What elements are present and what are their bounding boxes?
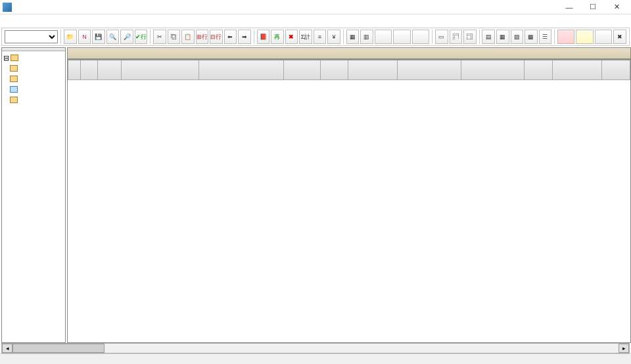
col-source[interactable] [553, 60, 602, 80]
tree-node-selected[interactable] [3, 84, 64, 95]
tb-del-row-icon[interactable]: ⊟行 [210, 30, 223, 44]
tb-add-row-icon[interactable]: ⊞行 [196, 30, 209, 44]
col-qty[interactable] [283, 60, 320, 80]
tb-win1-icon[interactable]: ▭ [435, 30, 448, 44]
tb-cut-icon[interactable]: ✂ [153, 30, 166, 44]
tb-view2-icon[interactable]: ▦ [496, 30, 509, 44]
tb-new-icon[interactable]: N [78, 30, 91, 44]
tree-node[interactable] [3, 95, 64, 105]
toolbar: 📁 N 💾 🔍 🔎 ✔行 ✂ ⿻ 📋 ⊞行 ⊟行 ⬅ ➡ 📕 再 ✖ Σ計 ≡ … [1, 28, 630, 46]
tb-save-icon[interactable]: 💾 [92, 30, 105, 44]
minimize-button[interactable]: — [557, 1, 581, 14]
col-kind[interactable] [602, 60, 630, 80]
horizontal-scrollbar[interactable]: ◂ ▸ [1, 343, 630, 353]
tb-search2-icon[interactable]: 🔎 [120, 30, 133, 44]
maximize-button[interactable]: ☐ [581, 1, 605, 14]
tb-grid2-icon[interactable]: ▥ [360, 30, 373, 44]
statusbar [0, 353, 631, 364]
tb-recalc-icon[interactable]: 再 [271, 30, 284, 44]
col-name[interactable] [122, 60, 199, 80]
tb-sum-icon[interactable]: Σ計 [299, 30, 312, 44]
tb-catalog-button[interactable] [557, 30, 575, 44]
summary-bar [67, 47, 631, 59]
tree-node[interactable] [3, 63, 64, 74]
mode-combo[interactable] [5, 30, 58, 43]
tb-view3-icon[interactable]: ▨ [511, 30, 524, 44]
menubar [0, 14, 631, 26]
col-uprice[interactable] [398, 60, 461, 80]
sidebar: ⊟ [1, 47, 66, 343]
tb-left-icon[interactable]: ⬅ [224, 30, 237, 44]
col-spec[interactable] [199, 60, 284, 80]
tb-bell-button[interactable] [595, 30, 613, 44]
tb-check-icon[interactable]: ✔行 [135, 30, 148, 44]
tb-view4-icon[interactable]: ▩ [525, 30, 538, 44]
tb-bar-icon[interactable]: ≡ [314, 30, 327, 44]
scroll-right-icon[interactable]: ▸ [619, 344, 629, 353]
col-no[interactable] [97, 60, 121, 80]
col-calc[interactable] [348, 60, 398, 80]
close-button[interactable]: ✕ [605, 1, 628, 14]
tb-yen-icon[interactable]: ¥ [327, 30, 340, 44]
tb-view1-icon[interactable]: ▤ [482, 30, 495, 44]
tb-mark1-icon[interactable] [375, 30, 392, 44]
col-row[interactable] [81, 60, 98, 80]
data-grid[interactable] [67, 59, 631, 343]
tb-folder-icon[interactable]: 📁 [64, 30, 77, 44]
scroll-left-icon[interactable]: ◂ [2, 344, 12, 353]
tb-close-icon[interactable]: ✖ [613, 30, 626, 44]
tree-node[interactable] [3, 74, 64, 84]
tree: ⊟ [2, 51, 65, 106]
tb-win3-icon[interactable]: ⿹ [463, 30, 477, 44]
app-icon [3, 3, 12, 12]
tree-node[interactable]: ⊟ [3, 53, 64, 63]
tb-paste-icon[interactable]: 📋 [181, 30, 195, 44]
tb-stack-icon[interactable]: ☰ [539, 30, 552, 44]
tb-book-icon[interactable]: 📕 [257, 30, 270, 44]
tb-search-icon[interactable]: 🔍 [106, 30, 120, 44]
tb-grid1-icon[interactable]: ▦ [346, 30, 360, 44]
tb-win2-icon[interactable]: ⿸ [450, 30, 463, 44]
tb-copy-icon[interactable]: ⿻ [168, 30, 181, 44]
tb-excel-button[interactable] [576, 30, 594, 44]
tb-mark2-icon[interactable] [393, 30, 411, 44]
col-unit[interactable] [320, 60, 348, 80]
col-rate[interactable] [525, 60, 553, 80]
window-titlebar: — ☐ ✕ [0, 0, 631, 14]
tb-x-icon[interactable]: ✖ [285, 30, 298, 44]
tb-mark3-icon[interactable] [412, 30, 430, 44]
scroll-thumb[interactable] [12, 344, 105, 353]
tb-right-icon[interactable]: ➡ [238, 30, 251, 44]
col-amount[interactable] [461, 60, 524, 80]
